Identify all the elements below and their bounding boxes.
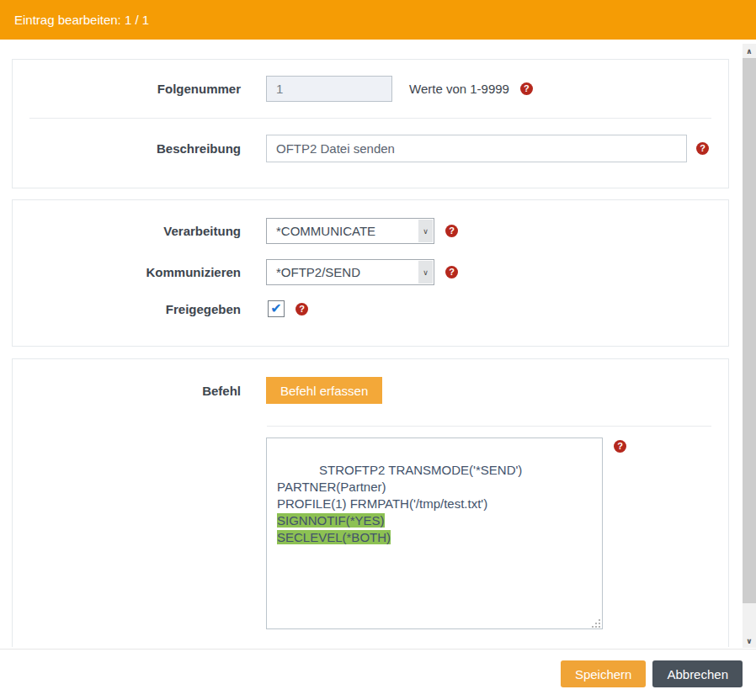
dialog-title: Eintrag bearbeiten: 1 / 1 (14, 13, 149, 27)
checkmark-icon: ✔ (270, 302, 281, 316)
befehl-erfassen-button[interactable]: Befehl erfassen (266, 377, 382, 404)
kommunizieren-selected-value: *OFTP2/SEND (276, 265, 360, 279)
dialog-header: Eintrag bearbeiten: 1 / 1 (0, 0, 756, 40)
befehl-command-textarea[interactable]: STROFTP2 TRANSMODE('*SEND') PARTNER(Part… (266, 438, 603, 629)
beschreibung-label: Beschreibung (29, 141, 241, 156)
command-text-highlighted: SIGNNOTIF(*YES) SECLEVEL(*BOTH) (277, 513, 391, 544)
folgenummer-input (266, 76, 392, 102)
question-circle-icon[interactable]: ? (614, 440, 626, 453)
dialog-footer: Speichern Abbrechen (0, 649, 756, 700)
chevron-down-icon: ∨ (418, 220, 433, 242)
kommunizieren-select[interactable]: *OFTP2/SEND ∨ (266, 259, 434, 285)
save-button[interactable]: Speichern (561, 660, 647, 687)
scrollbar-thumb[interactable] (743, 58, 756, 603)
verarbeitung-select[interactable]: *COMMUNICATE ∨ (266, 218, 434, 244)
panel-processing: Verarbeitung *COMMUNICATE ∨ ? Kommunizie… (12, 199, 729, 347)
question-circle-icon[interactable]: ? (295, 303, 308, 316)
folgenummer-label: Folgenummer (29, 82, 241, 96)
scroll-up-button[interactable]: ∧ (743, 44, 756, 58)
scroll-down-button[interactable]: ∨ (743, 634, 756, 648)
freigegeben-checkbox[interactable]: ✔ (268, 300, 285, 317)
beschreibung-input[interactable] (266, 135, 687, 162)
folgenummer-hint: Werte von 1-9999 (409, 82, 509, 96)
scrollbar[interactable]: ∧ ∨ (743, 44, 756, 648)
freigegeben-label: Freigegeben (29, 302, 241, 316)
dialog-body: Folgenummer Werte von 1-9999 ? Beschreib… (0, 40, 743, 647)
question-circle-icon[interactable]: ? (445, 266, 458, 278)
divider (29, 118, 711, 119)
panel-general: Folgenummer Werte von 1-9999 ? Beschreib… (12, 59, 729, 188)
chevron-down-icon: ∨ (418, 261, 433, 284)
resize-handle-icon[interactable] (593, 619, 600, 627)
verarbeitung-label: Verarbeitung (29, 224, 241, 238)
divider (267, 426, 711, 427)
chevron-down-icon: ∨ (746, 637, 752, 645)
verarbeitung-selected-value: *COMMUNICATE (276, 224, 375, 238)
question-circle-icon[interactable]: ? (445, 225, 458, 237)
command-text: STROFTP2 TRANSMODE('*SEND') PARTNER(Part… (277, 463, 526, 511)
kommunizieren-label: Kommunizieren (29, 265, 241, 279)
question-circle-icon[interactable]: ? (520, 82, 533, 95)
chevron-up-icon: ∧ (746, 47, 752, 56)
question-circle-icon[interactable]: ? (696, 142, 709, 155)
befehl-label: Befehl (29, 384, 241, 398)
panel-command: Befehl Befehl erfassen STROFTP2 TRANSMOD… (12, 358, 729, 647)
cancel-button[interactable]: Abbrechen (652, 660, 743, 687)
